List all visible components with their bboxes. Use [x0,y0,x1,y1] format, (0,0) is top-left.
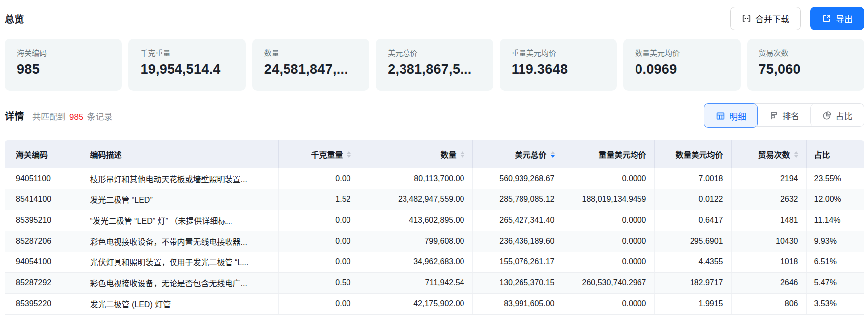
stat-label: 美元总价 [388,47,481,58]
column-label: 千克重量 [311,148,343,160]
table-row[interactable]: 94051100枝形吊灯和其他电动天花板或墙壁照明装置...0.0080,113… [5,168,864,189]
table-cell: 85395210 [5,210,82,231]
match-prefix: 共匹配到 [32,112,66,122]
table-cell: 3.53% [806,293,864,314]
stat-label: 数量 [264,47,357,58]
column-header[interactable]: 千克重量 [278,140,359,168]
table-row[interactable]: 85287206彩色电视接收设备，不带内置无线电接收器...0.00799,60… [5,231,864,252]
table-body: 94051100枝形吊灯和其他电动天花板或墙壁照明装置...0.0080,113… [5,168,864,314]
tab-label: 明细 [729,110,746,122]
pie-icon [822,111,832,120]
table-cell: 4.4355 [654,252,731,272]
table-cell: 23,482,947,559.00 [359,189,472,210]
column-label: 占比 [814,148,830,160]
table-cell: “发光二极管 “LED” 灯” （未提供详细标... [82,210,278,231]
column-label: 重量美元均价 [598,148,646,160]
export-button[interactable]: 导出 [810,7,864,30]
column-header: 数量美元均价 [654,140,731,168]
stat-label: 贸易次数 [759,47,852,58]
table-cell: 0.6417 [654,210,731,231]
table-cell: 0.0000 [563,168,654,189]
table-cell: 0.00 [278,168,359,189]
export-label: 导出 [836,12,853,25]
table-cell: 1018 [731,252,806,272]
merge-download-button[interactable]: 合并下载 [730,7,801,30]
table-row[interactable]: 94054100光伏灯具和照明装置，仅用于发光二极管 “L...0.0034,9… [5,252,864,272]
column-label: 贸易次数 [758,148,790,160]
sort-caret-icon [551,151,555,158]
stat-card: 美元总价2,381,867,5... [376,39,493,91]
match-suffix: 条记录 [87,112,112,122]
stat-value: 985 [17,62,110,77]
tab-detail[interactable]: 明细 [704,103,758,128]
table-cell: 2194 [731,168,806,189]
table-cell: 94051100 [5,168,82,189]
table-cell: 260,530,740.2967 [563,272,654,293]
table-cell: 1481 [731,210,806,231]
table-cell: 34,962,683.00 [359,252,472,272]
table-cell: 80,113,700.00 [359,168,472,189]
column-header: 占比 [806,140,864,168]
table-cell: 1.9915 [654,293,731,314]
merge-download-label: 合并下载 [755,12,789,25]
table-cell: 265,427,341.40 [472,210,563,231]
column-header: 编码描述 [82,140,278,168]
table-cell: 0.0000 [563,293,654,314]
column-header[interactable]: 数量 [359,140,472,168]
table-cell: 85414100 [5,189,82,210]
table-cell: 0.50 [278,272,359,293]
table-cell: 12.00% [806,189,864,210]
details-title: 详情 [5,109,24,122]
table-row[interactable]: 85414100发光二极管 “LED”1.5223,482,947,559.00… [5,189,864,210]
column-label: 数量 [440,148,456,160]
table-cell: 彩色电视接收设备，不带内置无线电接收器... [82,231,278,252]
stat-value: 24,581,847,... [264,62,357,77]
table-cell: 413,602,895.00 [359,210,472,231]
stat-card: 数量24,581,847,... [252,39,369,91]
table-cell: 7.0018 [654,168,731,189]
table-cell: 0.00 [278,231,359,252]
stat-label: 海关编码 [17,47,110,58]
table-cell: 560,939,268.67 [472,168,563,189]
table-cell: 5.47% [806,272,864,293]
table-cell: 42,175,902.00 [359,293,472,314]
table-cell: 83,991,605.00 [472,293,563,314]
table-row[interactable]: 85395220发光二极管 (LED) 灯管0.0042,175,902.008… [5,293,864,314]
merge-cells-icon [742,14,751,23]
sort-caret-icon [461,151,464,158]
table-cell: 彩色电视接收设备，无论是否包含无线电广... [82,272,278,293]
column-label: 美元总价 [515,148,546,160]
table-cell: 0.0000 [563,231,654,252]
match-info: 共匹配到985条记录 [32,110,112,122]
column-header[interactable]: 美元总价 [472,140,563,168]
export-icon [822,14,831,23]
stat-card: 重量美元均价119.3648 [500,39,617,91]
stat-card: 海关编码985 [5,39,122,91]
stats-row: 海关编码985千克重量19,954,514.4数量24,581,847,...美… [5,39,864,91]
tab-ranking[interactable]: 排名 [757,104,810,126]
stat-card: 千克重量19,954,514.4 [128,39,245,91]
table-cell: 枝形吊灯和其他电动天花板或墙壁照明装置... [82,168,278,189]
stat-card: 贸易次数75,060 [747,39,864,91]
table-cell: 2646 [731,272,806,293]
tab-label: 排名 [782,109,799,122]
table-header-row: 海关编码编码描述千克重量数量美元总价重量美元均价数量美元均价贸易次数占比 [5,140,864,168]
stat-value: 0.0969 [635,62,728,77]
table-cell: 130,265,370.15 [472,272,563,293]
table-cell: 0.00 [278,252,359,272]
column-header[interactable]: 贸易次数 [731,140,806,168]
table-cell: 1.52 [278,189,359,210]
stat-value: 2,381,867,5... [388,62,481,77]
table-cell: 188,019,134.9459 [563,189,654,210]
view-tabs: 明细排名占比 [704,103,864,127]
details-row: 详情 共匹配到985条记录 明细排名占比 [5,103,864,127]
tab-proportion[interactable]: 占比 [810,104,864,126]
sort-caret-icon [347,151,351,158]
column-header: 重量美元均价 [563,140,654,168]
table-row[interactable]: 85395210“发光二极管 “LED” 灯” （未提供详细标...0.0041… [5,210,864,231]
column-label: 海关编码 [16,148,48,160]
table-cell: 799,608.00 [359,231,472,252]
stat-value: 75,060 [759,62,852,77]
table-cell: 85287206 [5,231,82,252]
table-row[interactable]: 85287292彩色电视接收设备，无论是否包含无线电广...0.50711,94… [5,272,864,293]
